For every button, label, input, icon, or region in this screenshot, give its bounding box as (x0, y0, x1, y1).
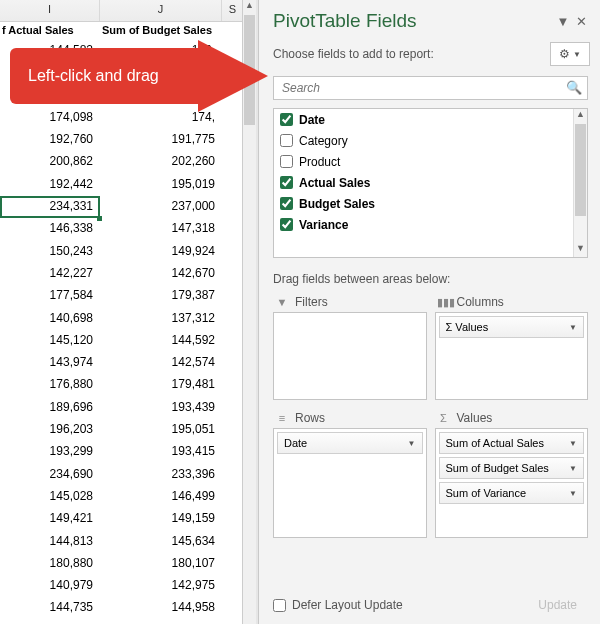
cell[interactable] (222, 553, 244, 575)
cell[interactable]: 191,775 (100, 129, 222, 151)
cell[interactable] (222, 575, 244, 597)
close-icon[interactable]: ✕ (572, 14, 590, 29)
cell[interactable] (222, 531, 244, 553)
cell[interactable]: 200,862 (0, 151, 100, 173)
area-field-item[interactable]: Sum of Actual Sales▼ (439, 432, 585, 454)
cell[interactable]: 233,396 (100, 464, 222, 486)
field-checkbox[interactable] (280, 113, 293, 126)
cell[interactable] (222, 308, 244, 330)
scroll-down-icon[interactable]: ▼ (574, 243, 587, 257)
field-list-scrollbar[interactable]: ▲ ▼ (573, 109, 587, 257)
cell[interactable] (222, 196, 244, 218)
cell[interactable]: 140,698 (0, 308, 100, 330)
table-row[interactable]: 150,243149,924 (0, 241, 244, 263)
cell[interactable]: 146,227 (100, 620, 222, 624)
cell[interactable] (222, 486, 244, 508)
table-row[interactable]: 180,880180,107 (0, 553, 244, 575)
cell[interactable] (222, 241, 244, 263)
cell[interactable] (222, 620, 244, 624)
cell[interactable]: 192,760 (0, 129, 100, 151)
table-row[interactable]: 192,442195,019 (0, 174, 244, 196)
table-row[interactable]: 142,227142,670 (0, 263, 244, 285)
cell[interactable]: 234,331 (0, 196, 100, 218)
columns-area[interactable]: ▮▮▮Columns Σ Values▼ (435, 292, 589, 400)
field-item[interactable]: Date (274, 109, 573, 130)
cell[interactable] (222, 129, 244, 151)
cell[interactable]: 196,203 (0, 419, 100, 441)
cell[interactable]: 234,690 (0, 464, 100, 486)
search-input[interactable] (273, 76, 588, 100)
cell[interactable]: 143,974 (0, 352, 100, 374)
cell[interactable] (222, 263, 244, 285)
cell[interactable]: 237,000 (100, 196, 222, 218)
cell[interactable] (222, 330, 244, 352)
table-row[interactable]: 146,338147,318 (0, 218, 244, 240)
area-field-item[interactable]: Sum of Variance▼ (439, 482, 585, 504)
cell[interactable] (222, 352, 244, 374)
chevron-down-icon[interactable]: ▼ (408, 439, 416, 448)
cell[interactable] (222, 374, 244, 396)
cell[interactable]: 150,243 (0, 241, 100, 263)
cell[interactable]: 189,696 (0, 397, 100, 419)
table-row[interactable]: 176,880179,481 (0, 374, 244, 396)
cell[interactable] (222, 218, 244, 240)
table-row[interactable]: 200,862202,260 (0, 151, 244, 173)
table-row[interactable]: 149,421149,159 (0, 508, 244, 530)
cell[interactable]: 146,338 (0, 218, 100, 240)
field-checkbox[interactable] (280, 218, 293, 231)
cell[interactable]: 149,159 (100, 508, 222, 530)
table-row[interactable]: 189,696193,439 (0, 397, 244, 419)
cell[interactable] (222, 597, 244, 619)
area-field-item[interactable]: Date▼ (277, 432, 423, 454)
cell[interactable]: 179,387 (100, 285, 222, 307)
cell[interactable]: 140,979 (0, 575, 100, 597)
settings-button[interactable]: ⚙▼ (550, 42, 590, 66)
cell[interactable]: 144,735 (0, 597, 100, 619)
filters-area[interactable]: ▼Filters (273, 292, 427, 400)
pivot-col-actual[interactable]: f Actual Sales (0, 22, 100, 40)
update-button[interactable]: Update (527, 594, 588, 616)
table-row[interactable]: 144,686146,227 (0, 620, 244, 624)
table-row[interactable]: 234,331237,000 (0, 196, 244, 218)
cell[interactable]: 142,227 (0, 263, 100, 285)
area-field-item[interactable]: Sum of Budget Sales▼ (439, 457, 585, 479)
rows-area[interactable]: ≡Rows Date▼ (273, 408, 427, 538)
chevron-down-icon[interactable]: ▼ (569, 323, 577, 332)
cell[interactable] (222, 441, 244, 463)
chevron-down-icon[interactable]: ▼ (569, 489, 577, 498)
cell[interactable]: 144,958 (100, 597, 222, 619)
cell[interactable] (222, 174, 244, 196)
cell[interactable]: 149,924 (100, 241, 222, 263)
field-checkbox[interactable] (280, 176, 293, 189)
chevron-down-icon[interactable]: ▼ (569, 439, 577, 448)
cell[interactable]: 144,813 (0, 531, 100, 553)
pivot-col-budget[interactable]: Sum of Budget Sales (100, 22, 222, 40)
cell[interactable]: 195,051 (100, 419, 222, 441)
table-row[interactable]: 144,813145,634 (0, 531, 244, 553)
cell[interactable]: 180,107 (100, 553, 222, 575)
field-item[interactable]: Variance (274, 214, 573, 235)
cell[interactable]: 149,421 (0, 508, 100, 530)
search-icon[interactable]: 🔍 (566, 80, 582, 95)
cell[interactable]: 193,439 (100, 397, 222, 419)
chevron-down-icon[interactable]: ▼ (569, 464, 577, 473)
field-list[interactable]: DateCategoryProductActual SalesBudget Sa… (273, 108, 588, 258)
cell[interactable] (222, 508, 244, 530)
table-row[interactable]: 177,584179,387 (0, 285, 244, 307)
cell[interactable]: 144,686 (0, 620, 100, 624)
cell[interactable]: 192,442 (0, 174, 100, 196)
defer-layout-checkbox[interactable] (273, 599, 286, 612)
values-area[interactable]: ΣValues Sum of Actual Sales▼Sum of Budge… (435, 408, 589, 538)
field-item[interactable]: Actual Sales (274, 172, 573, 193)
scroll-up-icon[interactable]: ▲ (574, 109, 587, 123)
area-field-item[interactable]: Σ Values▼ (439, 316, 585, 338)
table-row[interactable]: 192,760191,775 (0, 129, 244, 151)
cell[interactable]: 193,299 (0, 441, 100, 463)
cell[interactable]: 195,019 (100, 174, 222, 196)
cell[interactable]: 202,260 (100, 151, 222, 173)
cell[interactable]: 146,499 (100, 486, 222, 508)
cell[interactable]: 142,975 (100, 575, 222, 597)
table-row[interactable]: 143,974142,574 (0, 352, 244, 374)
field-checkbox[interactable] (280, 134, 293, 147)
cell[interactable]: 142,670 (100, 263, 222, 285)
